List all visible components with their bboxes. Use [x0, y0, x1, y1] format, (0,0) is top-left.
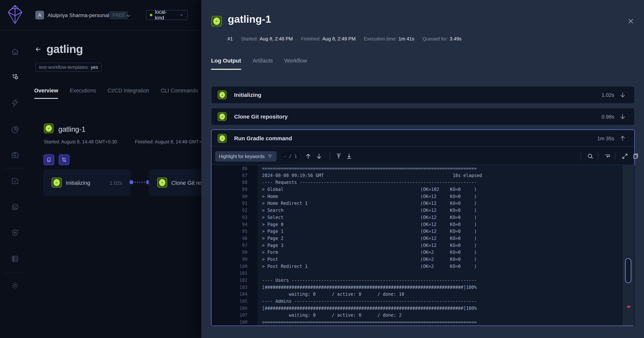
toolbar-divider: [598, 153, 598, 160]
sidebar-item-workflows-add-icon[interactable]: [11, 73, 19, 81]
status-success-badge: [52, 177, 62, 187]
sidebar-item-health-monitor-icon[interactable]: [11, 151, 19, 159]
log-line-text: ========================================…: [258, 165, 477, 172]
environment-select[interactable]: local-kind: [146, 10, 188, 20]
org-avatar[interactable]: A: [35, 11, 44, 19]
log-line-text: > Global (OK=102 KO=0 ): [258, 186, 477, 193]
highlight-keywords-label: Highlight for keywords: [219, 154, 264, 159]
log-line: 872024-08-08 09:19:56 GMT 18s elapsed: [212, 172, 635, 179]
log-line-text: > Home Redirect 1 (OK=12 KO=0 ): [258, 200, 477, 207]
log-line-text: > Form (OK=2 KO=0 ): [258, 249, 477, 256]
wrap-text-icon[interactable]: [604, 153, 611, 160]
org-name[interactable]: Atulpriya Sharma-personal-org: [48, 12, 118, 18]
highlight-keywords-button[interactable]: Highlight for keywords: [215, 151, 276, 162]
log-line-number: 99: [212, 256, 258, 263]
execution-name[interactable]: gatling-1: [58, 125, 86, 133]
chevron-expand-icon[interactable]: [619, 91, 626, 98]
log-line: 92> Search (OK=12 KO=0 ): [212, 207, 635, 214]
meta-item: Finished:Aug 8, 2:49 PM: [301, 36, 356, 42]
toolbar-divider: [330, 153, 330, 160]
tab-ci-cd-integration[interactable]: CI/CD Integration: [108, 88, 149, 99]
log-output[interactable]: 86======================================…: [212, 165, 635, 326]
log-line: 88---- Requests ------------------------…: [212, 179, 635, 186]
sidebar-item-suites-stack-icon[interactable]: [11, 203, 19, 211]
section-duration: 0.98s: [602, 114, 614, 120]
meta-value: Aug 8, 2:48 PM: [260, 36, 293, 42]
expand-fullscreen-icon[interactable]: [621, 153, 628, 160]
log-section-run-gradle: Run Gradle command 1m 35s Highlight for …: [211, 130, 635, 326]
log-line-number: 103: [212, 284, 258, 291]
log-line: 91> Home Redirect 1 (OK=12 KO=0 ): [212, 200, 635, 207]
log-line-number: 90: [212, 193, 258, 200]
sidebar-item-environment-server-icon[interactable]: [11, 255, 19, 263]
tab-executions[interactable]: Executions: [70, 88, 96, 99]
copy-log-icon[interactable]: [632, 153, 639, 160]
sidebar-item-shield-gear-icon[interactable]: [11, 229, 19, 237]
log-scrollbar-thumb[interactable]: [625, 258, 631, 283]
copy-button[interactable]: [44, 154, 54, 165]
tab-artifacts[interactable]: Artifacts: [253, 57, 273, 70]
sidebar-item-triggers-lightning-icon[interactable]: [11, 99, 19, 107]
back-arrow-icon[interactable]: [34, 46, 42, 53]
tab-log-output[interactable]: Log Output: [211, 57, 241, 70]
log-line-text: ========================================…: [258, 319, 477, 326]
log-line-text: > Page 0 (OK=12 KO=0 ): [258, 221, 477, 228]
search-icon[interactable]: [587, 153, 594, 160]
meta-value: 1m 41s: [398, 36, 414, 42]
left-region: A Atulpriya Sharma-personal-org FREE loc…: [0, 0, 212, 338]
log-line: 94> Page 0 (OK=12 KO=0 ): [212, 221, 635, 228]
page-title: gatling: [46, 42, 83, 55]
section-header[interactable]: Run Gradle command 1m 35s: [212, 130, 634, 147]
meta-label: Execution time:: [364, 36, 397, 42]
log-line: 105---- Admins -------------------------…: [212, 298, 635, 305]
log-line-number: 101: [212, 270, 258, 277]
log-line-number: 104: [212, 291, 258, 298]
tag-key: test-workflow-templates:: [39, 65, 89, 70]
log-line-number: 106: [212, 305, 258, 312]
meta-item: #1: [228, 36, 233, 42]
log-line-text: 2024-08-08 09:19:56 GMT 18s elapsed: [258, 172, 482, 179]
label-tag: test-workflow-templates: yes: [35, 63, 102, 72]
sidebar-item-tests-inbox-check-icon[interactable]: [11, 176, 19, 185]
status-success-badge: [44, 124, 54, 133]
sidebar-item-settings-gear-icon[interactable]: [11, 281, 19, 290]
finished-time: Finished: August 8, 14:49 GMT+5:30: [135, 139, 211, 145]
scroll-to-bottom-icon[interactable]: [346, 153, 353, 160]
section-label: Run Gradle command: [234, 135, 292, 142]
tag-value: yes: [91, 65, 98, 70]
close-icon[interactable]: [627, 17, 635, 25]
log-scrollbar-track[interactable]: [622, 165, 634, 326]
status-success-badge: [218, 112, 226, 121]
log-line-number: 100: [212, 263, 258, 270]
sidebar-item-home-icon[interactable]: [11, 47, 19, 56]
drawer-tabs: Log OutputArtifactsWorkflow: [211, 57, 307, 70]
log-line-number: 86: [212, 165, 258, 172]
workflow-node-initializing[interactable]: Initializing 1.02s: [43, 169, 130, 196]
plan-badge: FREE: [110, 11, 128, 19]
log-section-initializing[interactable]: Initializing 1.02s: [211, 86, 635, 104]
chevron-down-icon[interactable]: [126, 13, 131, 18]
sidebar-item-insights-pie-icon[interactable]: [11, 125, 19, 134]
log-line-number: 107: [212, 312, 258, 319]
sidebar-divider: [4, 273, 25, 273]
next-match-arrow-down-icon[interactable]: [316, 153, 322, 160]
tab-cli-commands[interactable]: CLI Commands: [161, 88, 198, 99]
log-line-text: [#######################################…: [258, 284, 477, 291]
log-line: 97> Page 3 (OK=12 KO=0 ): [212, 242, 635, 249]
tab-overview[interactable]: Overview: [34, 88, 58, 99]
chevron-collapse-icon[interactable]: [619, 135, 626, 142]
log-line-number: 108: [212, 319, 258, 326]
git-compare-button[interactable]: [59, 154, 70, 165]
log-line-number: 97: [212, 242, 258, 249]
log-line-text: ---- Admins ----------------------------…: [258, 298, 477, 305]
tab-workflow[interactable]: Workflow: [284, 57, 307, 70]
filter-icon: [268, 154, 272, 159]
started-time: Started: August 8, 14:48 GMT+5:30: [44, 139, 117, 145]
log-line-text: waiting: 0 / active: 0 / done: 10: [258, 291, 404, 298]
scroll-to-top-icon[interactable]: [335, 153, 342, 160]
log-line-number: 95: [212, 228, 258, 235]
chevron-expand-icon[interactable]: [619, 113, 626, 120]
env-name: local-kind: [155, 9, 176, 21]
previous-match-arrow-up-icon[interactable]: [305, 153, 312, 160]
log-section-clone-git[interactable]: Clone Git repository 0.98s: [211, 108, 635, 125]
